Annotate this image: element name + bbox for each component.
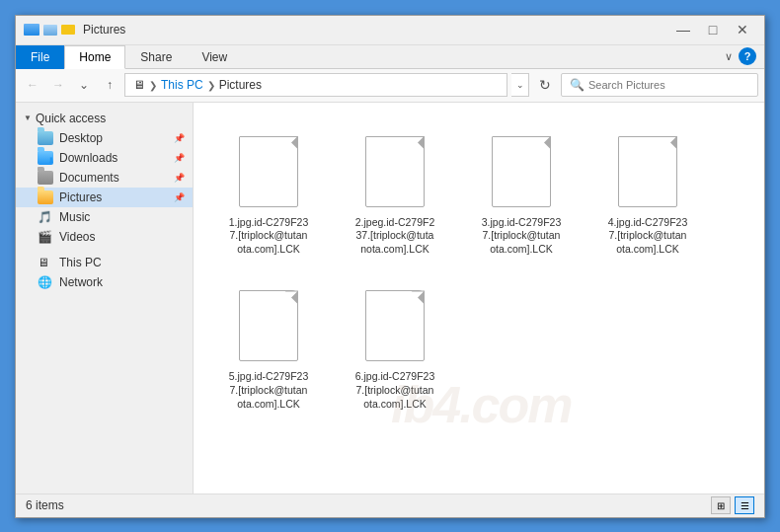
refresh-button[interactable]: ↻: [533, 73, 557, 97]
expand-ribbon-icon[interactable]: ∨: [725, 50, 733, 63]
icon1: [24, 24, 39, 36]
pictures-folder-icon: [38, 190, 53, 204]
file-doc-icon: [365, 290, 425, 361]
downloads-folder-icon: ⬇: [38, 151, 53, 165]
file-label: 5.jpg.id-C279F237.[triplock@tutanota.com…: [229, 370, 309, 411]
file-label: 3.jpg.id-C279F237.[triplock@tutanota.com…: [482, 216, 562, 257]
breadcrumb: 🖥 ❯ This PC ❯ Pictures: [124, 73, 507, 97]
window-controls: — □ ✕: [669, 20, 756, 39]
title-bar-icon: [24, 24, 75, 36]
documents-folder-icon: [38, 171, 53, 185]
tab-file[interactable]: File: [16, 45, 64, 69]
file-icon-container: [482, 127, 561, 216]
sidebar-item-music[interactable]: 🎵 Music: [16, 207, 193, 227]
file-icon-container: [608, 127, 687, 216]
breadcrumb-icon: 🖥: [133, 78, 145, 92]
ribbon: File Home Share View ∨ ?: [16, 45, 764, 69]
file-item[interactable]: 4.jpg.id-C279F237.[triplock@tutanota.com…: [588, 118, 707, 266]
back-button[interactable]: ←: [22, 74, 43, 96]
file-icon-container: [355, 127, 434, 216]
sidebar-item-label-desktop: Desktop: [59, 131, 103, 145]
grid-view-button[interactable]: ⊞: [711, 496, 731, 514]
sidebar-item-downloads[interactable]: ⬇ Downloads 📌: [16, 148, 193, 168]
download-arrow-icon: ⬇: [47, 156, 55, 166]
forward-button[interactable]: →: [47, 74, 69, 96]
thispc-icon: 🖥: [38, 256, 53, 269]
file-item[interactable]: 5.jpg.id-C279F237.[triplock@tutanota.com…: [209, 272, 328, 419]
view-toggle: ⊞ ☰: [711, 496, 754, 514]
title-bar: Pictures — □ ✕: [16, 16, 764, 45]
file-doc-icon: [239, 290, 298, 361]
file-item[interactable]: 6.jpg.id-C279F237.[triplock@tutanota.com…: [336, 272, 454, 419]
maximize-button[interactable]: □: [699, 20, 727, 39]
address-bar: ← → ⌄ ↑ 🖥 ❯ This PC ❯ Pictures ⌄ ↻ 🔍: [16, 69, 764, 103]
file-label: 1.jpg.id-C279F237.[triplock@tutanota.com…: [229, 216, 309, 257]
chevron-icon: ❯: [149, 80, 157, 91]
desktop-folder-icon: [38, 131, 53, 145]
sidebar-item-label-network: Network: [59, 275, 103, 289]
breadcrumb-thispc[interactable]: This PC: [161, 78, 203, 92]
icon3: [61, 25, 75, 35]
file-grid: 1.jpg.id-C279F237.[triplock@tutanota.com…: [209, 118, 748, 420]
list-view-button[interactable]: ☰: [735, 496, 754, 514]
file-doc-icon: [492, 136, 551, 207]
quick-access-header[interactable]: ▼ Quick access: [16, 109, 193, 128]
sidebar-item-documents[interactable]: Documents 📌: [16, 168, 193, 188]
ribbon-tabs: File Home Share View ∨ ?: [16, 45, 764, 69]
minimize-button[interactable]: —: [669, 20, 697, 39]
close-button[interactable]: ✕: [729, 20, 756, 39]
search-box: 🔍: [561, 73, 758, 97]
up-button[interactable]: ↑: [99, 74, 120, 96]
sidebar-item-desktop[interactable]: Desktop 📌: [16, 128, 193, 148]
status-count: 6 items: [26, 498, 64, 512]
network-icon: 🌐: [38, 275, 53, 289]
status-bar: 6 items ⊞ ☰: [16, 494, 764, 517]
main-content: ▼ Quick access Desktop 📌 ⬇ Downloads 📌 D…: [16, 103, 764, 494]
sidebar: ▼ Quick access Desktop 📌 ⬇ Downloads 📌 D…: [16, 103, 194, 494]
tab-home[interactable]: Home: [64, 45, 125, 69]
sidebar-item-label-downloads: Downloads: [59, 151, 117, 165]
file-doc-icon: [618, 136, 677, 207]
tab-view[interactable]: View: [187, 45, 242, 69]
dropdown-recent-button[interactable]: ⌄: [73, 74, 95, 96]
pin-icon-pictures: 📌: [174, 192, 185, 202]
sidebar-item-label-pictures: Pictures: [59, 190, 102, 204]
chevron-icon-2: ❯: [207, 80, 215, 91]
file-icon-container: [229, 127, 308, 216]
sidebar-item-label-videos: Videos: [59, 230, 95, 244]
sidebar-item-label-thispc: This PC: [59, 256, 102, 269]
file-doc-icon: [239, 136, 298, 207]
file-item[interactable]: 1.jpg.id-C279F237.[triplock@tutanota.com…: [209, 118, 328, 266]
file-explorer-window: Pictures — □ ✕ File Home Share View ∨ ? …: [15, 15, 765, 518]
file-area: ib4.com 1.jpg.id-C279F237.[triplock@tuta…: [194, 103, 764, 494]
search-icon: 🔍: [570, 78, 585, 92]
sidebar-item-label-documents: Documents: [59, 171, 119, 185]
search-input[interactable]: [588, 79, 749, 91]
sidebar-item-network[interactable]: 🌐 Network: [16, 272, 193, 292]
file-label: 6.jpg.id-C279F237.[triplock@tutanota.com…: [355, 370, 435, 411]
file-doc-icon: [365, 136, 425, 207]
pin-icon-downloads: 📌: [174, 153, 185, 163]
icon2: [43, 25, 57, 36]
breadcrumb-dropdown[interactable]: ⌄: [511, 73, 529, 97]
sidebar-item-label-music: Music: [59, 210, 90, 224]
file-label: 2.jpeg.id-C279F237.[triplock@tutanota.co…: [355, 216, 435, 257]
sidebar-item-thispc[interactable]: 🖥 This PC: [16, 253, 193, 272]
window-title: Pictures: [83, 23, 669, 37]
file-icon-container: [229, 281, 308, 370]
file-icon-container: [355, 281, 434, 370]
music-icon: 🎵: [38, 210, 53, 224]
file-label: 4.jpg.id-C279F237.[triplock@tutanota.com…: [608, 216, 688, 257]
breadcrumb-current: Pictures: [219, 78, 262, 92]
tab-share[interactable]: Share: [125, 45, 187, 69]
file-item[interactable]: 2.jpeg.id-C279F237.[triplock@tutanota.co…: [336, 118, 454, 266]
chevron-down-icon: ▼: [24, 114, 32, 122]
pin-icon-desktop: 📌: [174, 133, 185, 143]
help-icon[interactable]: ?: [739, 47, 756, 65]
file-item[interactable]: 3.jpg.id-C279F237.[triplock@tutanota.com…: [462, 118, 581, 266]
quick-access-label: Quick access: [36, 112, 106, 125]
pin-icon-documents: 📌: [174, 173, 185, 183]
sidebar-item-videos[interactable]: 🎬 Videos: [16, 227, 193, 247]
sidebar-item-pictures[interactable]: Pictures 📌: [16, 188, 193, 207]
videos-icon: 🎬: [38, 230, 53, 244]
